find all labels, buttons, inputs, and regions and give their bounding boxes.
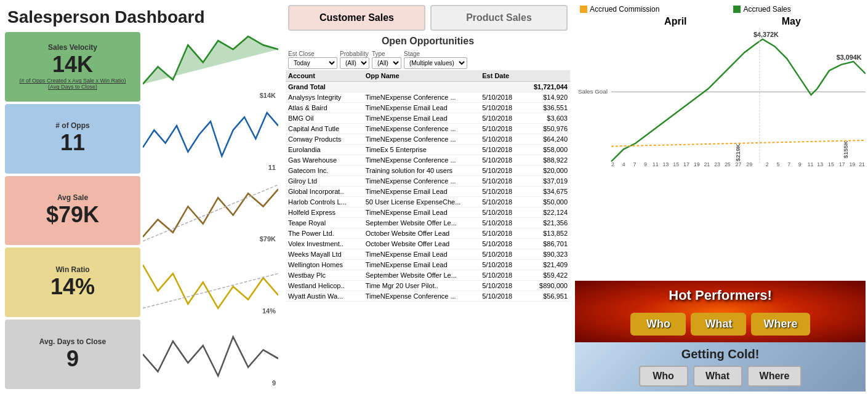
hot-what-button[interactable]: What <box>691 313 746 336</box>
right-panel: Accrued Commission Accrued Sales April M… <box>573 0 868 394</box>
hot-where-button[interactable]: Where <box>751 313 810 336</box>
legend-commission: Accrued Commission <box>580 5 659 14</box>
win-ratio-value: 14% <box>50 274 95 300</box>
filter-stage-select[interactable]: (Multiple values) <box>404 57 467 69</box>
opps-value: 11 <box>60 130 85 156</box>
row-date: 5/10/2018 <box>480 270 523 281</box>
svg-text:11: 11 <box>653 161 659 167</box>
row-date: 5/10/2018 <box>480 124 523 134</box>
row-opp: TimeNExpense Email Lead <box>363 103 480 113</box>
svg-text:$219K: $219K <box>734 143 741 161</box>
sales-chart: Sales Goal $4,372K $3,094K $219K $155K 2… <box>575 27 866 281</box>
cold-who-button[interactable]: Who <box>639 366 688 387</box>
table-row: Westbay Plc September Website Offer Le..… <box>286 270 570 281</box>
svg-text:23: 23 <box>714 161 720 167</box>
row-opp: TimeNExpense Conference ... <box>363 124 480 134</box>
row-opp: TimeNExpense Email Lead <box>363 249 480 260</box>
row-opp: TimeNExpense Email Lead <box>363 260 480 270</box>
filter-est-close-select[interactable]: Today This Week This Month <box>288 57 337 69</box>
filter-est-close-label: Est Close <box>288 50 337 57</box>
metric-card-days-close: Avg. Days to Close 9 <box>5 320 140 389</box>
sparkline-opps-label: 11 <box>268 164 276 171</box>
row-opp: TimeNExpense Email Lead <box>363 207 480 218</box>
middle-panel: Customer Sales Product Sales Open Opport… <box>283 0 573 394</box>
opportunities-table: Account Opp Name Est Date Grand Total $1… <box>286 70 570 392</box>
row-date: 5/10/2018 <box>480 166 523 176</box>
metric-card-win-ratio: Win Ratio 14% <box>5 247 140 317</box>
table-row: Gilroy Ltd TimeNExpense Conference ... 5… <box>286 176 570 187</box>
row-account: Westland Helicop.. <box>286 281 363 291</box>
row-date: 5/10/2018 <box>480 145 523 155</box>
row-amount: $58,000 <box>523 145 570 155</box>
row-opp: TimeEx 5 Enterprise <box>363 145 480 155</box>
row-amount: $21,409 <box>523 260 570 270</box>
tab-product-sales[interactable]: Product Sales <box>430 5 568 31</box>
hot-performers-title: Hot Performers! <box>669 287 771 304</box>
row-opp: TimeNExpense Conference ... <box>363 92 480 103</box>
getting-cold-title: Getting Cold! <box>681 347 760 361</box>
svg-text:9: 9 <box>798 161 802 167</box>
row-opp: TimeNExpense Conference ... <box>363 155 480 166</box>
filters-row: Est Close Today This Week This Month Pro… <box>286 49 570 70</box>
svg-text:7: 7 <box>787 161 790 167</box>
row-opp: Time Mgr 20 User Pilot.. <box>363 281 480 291</box>
table-row: The Power Ltd. October Website Offer Lea… <box>286 228 570 239</box>
svg-text:15: 15 <box>673 161 679 167</box>
row-date: 5/10/2018 <box>480 92 523 103</box>
table-row: Global Incorporat.. TimeNExpense Email L… <box>286 187 570 197</box>
table-row: Capital And Tutle TimeNExpense Conferenc… <box>286 124 570 134</box>
row-account: BMG Oil <box>286 113 363 124</box>
row-amount: $890,000 <box>523 281 570 291</box>
sparkline-avg-sale-label: $79K <box>260 235 276 243</box>
row-date: 5/10/2018 <box>480 103 523 113</box>
row-opp: Training solution for 40 users <box>363 166 480 176</box>
table-row: Atlas & Baird TimeNExpense Email Lead 5/… <box>286 103 570 113</box>
metrics-area: Sales Velocity 14K (# of Opps Created x … <box>5 32 278 389</box>
table-row: Conway Products TimeNExpense Conference … <box>286 134 570 145</box>
metric-cards: Sales Velocity 14K (# of Opps Created x … <box>5 32 140 389</box>
table-row: Wyatt Austin Wa... TimeNExpense Conferen… <box>286 291 570 302</box>
sparkline-win-ratio: 14% <box>143 247 278 317</box>
filter-probability: Probability (All) <box>340 50 369 69</box>
chart-legend: Accrued Commission Accrued Sales <box>575 2 866 16</box>
row-amount: $50,000 <box>523 197 570 207</box>
row-amount: $59,422 <box>523 270 570 281</box>
row-amount: $34,675 <box>523 187 570 197</box>
svg-text:21: 21 <box>704 161 710 167</box>
row-account: Volex Investment.. <box>286 239 363 249</box>
metric-card-avg-sale: Avg Sale $79K <box>5 176 140 246</box>
svg-text:17: 17 <box>683 161 689 167</box>
row-amount: $56,951 <box>523 291 570 302</box>
filter-type-select[interactable]: (All) <box>372 57 401 69</box>
cold-what-button[interactable]: What <box>693 366 742 387</box>
avg-sale-label: Avg Sale <box>57 193 88 202</box>
svg-text:5: 5 <box>776 161 779 167</box>
row-account: Holfeld Express <box>286 207 363 218</box>
col-account: Account <box>286 70 363 82</box>
svg-text:13: 13 <box>663 161 669 167</box>
days-close-value: 9 <box>66 346 79 372</box>
svg-text:2: 2 <box>611 161 614 167</box>
table-row: Gas Warehouse TimeNExpense Conference ..… <box>286 155 570 166</box>
row-account: Gatecom Inc. <box>286 166 363 176</box>
sales-velocity-subtitle: (# of Opps Created x Avg Sale x Win Rati… <box>20 78 126 90</box>
row-account: Teape Royal <box>286 218 363 228</box>
row-date: 5/10/2018 <box>480 291 523 302</box>
table-row: Westland Helicop.. Time Mgr 20 User Pilo… <box>286 281 570 291</box>
hot-who-button[interactable]: Who <box>630 313 686 336</box>
row-opp: 50 User License ExpenseChe... <box>363 197 480 207</box>
tab-customer-sales[interactable]: Customer Sales <box>288 5 425 31</box>
month-labels: April May <box>575 16 866 27</box>
sparklines-container: $14K 11 $79K <box>140 32 278 389</box>
row-opp: TimeNExpense Email Lead <box>363 187 480 197</box>
sparkline-opps: 11 <box>143 104 278 174</box>
hot-performer-buttons: Who What Where <box>630 313 810 336</box>
cold-where-button[interactable]: Where <box>747 366 802 387</box>
filter-type-label: Type <box>372 50 401 57</box>
row-opp: September Website Offer Le... <box>363 270 480 281</box>
filter-probability-select[interactable]: (All) <box>340 57 369 69</box>
days-close-label: Avg. Days to Close <box>39 337 106 346</box>
table-row: Eurolandia TimeEx 5 Enterprise 5/10/2018… <box>286 145 570 155</box>
row-opp: TimeNExpense Conference ... <box>363 134 480 145</box>
row-account: Wyatt Austin Wa... <box>286 291 363 302</box>
